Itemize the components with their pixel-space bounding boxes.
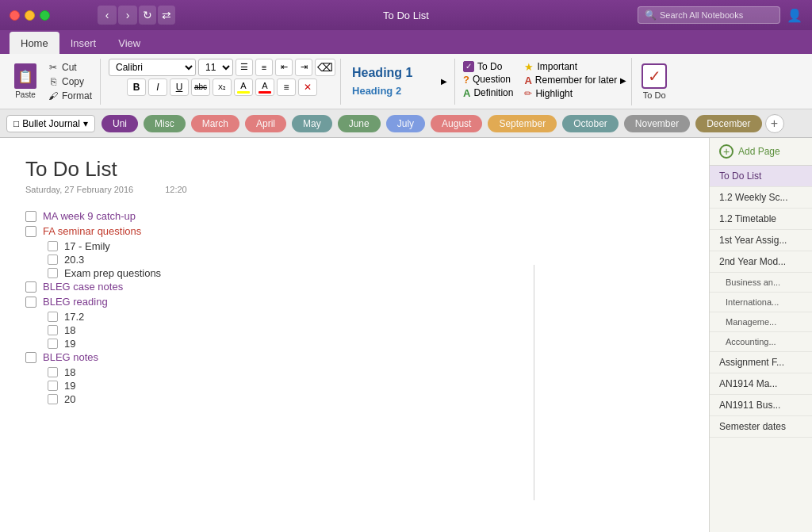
section-tab-april[interactable]: April [245,115,286,132]
sub-checkbox[interactable] [48,241,58,251]
page-list-item[interactable]: Manageme... [710,312,812,332]
add-page-button[interactable]: + Add Page [710,138,812,166]
sub-checkbox[interactable] [48,339,58,349]
sub-checkbox[interactable] [48,255,58,265]
cut-button[interactable]: ✂ Cut [44,60,95,75]
tag-highlight-item[interactable]: ✏ Highlight [524,88,626,99]
sub-checkbox[interactable] [48,312,58,322]
maximize-button[interactable] [40,10,50,21]
tag-todo-item[interactable]: ✓ To Do [463,61,513,72]
highlight-color-button[interactable]: A [234,78,253,96]
todo-checkbox[interactable] [25,352,36,363]
section-tab-misc[interactable]: Misc [144,115,186,132]
sub-checkbox[interactable] [48,381,58,391]
page-list-item[interactable]: 1.2 Timetable [710,209,812,230]
section-tab-november[interactable]: November [624,115,690,132]
page-list-item[interactable]: Semester dates [710,416,812,438]
search-bar[interactable]: 🔍 Search All Notebooks [638,6,780,24]
todo-checkbox[interactable] [25,297,36,308]
todo-subitem[interactable]: 17.2 [48,311,684,323]
page-list-item[interactable]: 2nd Year Mod... [710,251,812,273]
page-list-item[interactable]: 1st Year Assig... [710,230,812,251]
section-tab-july[interactable]: July [386,115,425,132]
tab-view[interactable]: View [107,32,151,54]
section-tab-december[interactable]: December [695,115,761,132]
sub-checkbox[interactable] [48,268,58,278]
section-tab-june[interactable]: June [338,115,381,132]
page-list-item[interactable]: AN1914 Ma... [710,373,812,395]
tag-question-item[interactable]: ? Question [463,74,513,86]
list-numbered-button[interactable]: ≡ [255,59,273,76]
section-tab-march[interactable]: March [191,115,239,132]
list-bullet-button[interactable]: ☰ [236,59,253,76]
clear-format-button[interactable]: ⌫ [315,59,335,76]
page-list-item[interactable]: Assignment F... [710,352,812,373]
todo-item[interactable]: MA week 9 catch-up [25,210,684,222]
paste-button[interactable]: 📋 Paste [11,60,40,102]
styles-expand-arrow[interactable]: ▶ [439,76,450,87]
section-tab-august[interactable]: August [431,115,482,132]
todo-item[interactable]: BLEG reading [25,296,684,308]
sub-checkbox[interactable] [48,367,58,377]
nav-back-button[interactable]: ‹ [98,6,117,25]
minimize-button[interactable] [25,10,35,21]
page-list-item[interactable]: Business an... [710,273,812,293]
remove-format-button[interactable]: ✕ [298,78,317,96]
section-tab-uni[interactable]: Uni [102,115,138,132]
todo-item[interactable]: BLEG notes [25,351,684,363]
heading2-button[interactable]: Heading 2 [349,84,437,98]
todo-subitem[interactable]: 19 [48,380,684,392]
add-section-button[interactable]: + [765,114,784,133]
todo-checkbox[interactable] [25,281,36,293]
strikethrough-button[interactable]: abc [191,78,210,96]
account-button[interactable]: 👤 [787,8,802,23]
underline-button[interactable]: U [170,78,189,96]
section-tab-october[interactable]: October [562,115,619,132]
todo-subitem[interactable]: 20 [48,393,684,405]
nav-sync-button[interactable]: ⇄ [158,6,175,25]
sub-checkbox[interactable] [48,325,58,335]
indent-increase-button[interactable]: ⇥ [295,59,312,76]
notebook-selector[interactable]: □ Bullet Journal ▾ [6,115,95,132]
tab-insert[interactable]: Insert [59,32,108,54]
nav-history-button[interactable]: ↻ [139,6,156,25]
close-button[interactable] [10,10,20,21]
page-list-item[interactable]: 1.2 Weekly Sc... [710,187,812,209]
remember-arrow[interactable]: ▶ [620,76,626,85]
tag-definition-item[interactable]: A Definition [463,87,513,99]
section-tab-september[interactable]: September [488,115,557,132]
font-size-select[interactable]: 11 [198,59,233,76]
page-date: Saturday, 27 February 2016 [25,185,133,194]
align-button[interactable]: ≡ [277,78,296,96]
todo-subitem[interactable]: 17 - Emily [48,240,684,252]
heading1-button[interactable]: Heading 1 [349,65,437,81]
page-list-item[interactable]: Internationa... [710,293,812,312]
todo-subitem[interactable]: 18 [48,324,684,336]
sub-checkbox[interactable] [48,394,58,404]
section-tab-may[interactable]: May [292,115,332,132]
todo-subitem[interactable]: Exam prep questions [48,267,684,279]
todo-item[interactable]: BLEG case notes [25,281,684,293]
tag-remember-item[interactable]: A Remember for later ▶ [524,75,626,86]
page-list-item[interactable]: To Do List [710,166,812,187]
todo-subitem[interactable]: 20.3 [48,254,684,266]
tag-important-item[interactable]: ★ Important [524,61,626,73]
todo-checkbox[interactable] [25,211,36,222]
font-color-button[interactable]: A [255,78,274,96]
italic-button[interactable]: I [148,78,167,96]
todo-subitem[interactable]: 19 [48,338,684,350]
copy-button[interactable]: ⎘ Copy [44,75,95,89]
todo-big-button[interactable]: ✓ To Do [635,60,673,103]
font-family-select[interactable]: Calibri [109,59,196,76]
format-button[interactable]: 🖌 Format [44,89,95,103]
page-list-item[interactable]: Accounting... [710,332,812,352]
todo-subitem[interactable]: 18 [48,366,684,378]
todo-checkbox[interactable] [25,226,36,237]
nav-forward-button[interactable]: › [118,6,137,25]
bold-button[interactable]: B [127,78,146,96]
indent-decrease-button[interactable]: ⇤ [275,59,293,76]
subscript-button[interactable]: X₂ [213,78,232,96]
tab-home[interactable]: Home [10,32,59,54]
todo-item[interactable]: FA seminar questions [25,225,684,237]
page-list-item[interactable]: AN1911 Bus... [710,395,812,416]
